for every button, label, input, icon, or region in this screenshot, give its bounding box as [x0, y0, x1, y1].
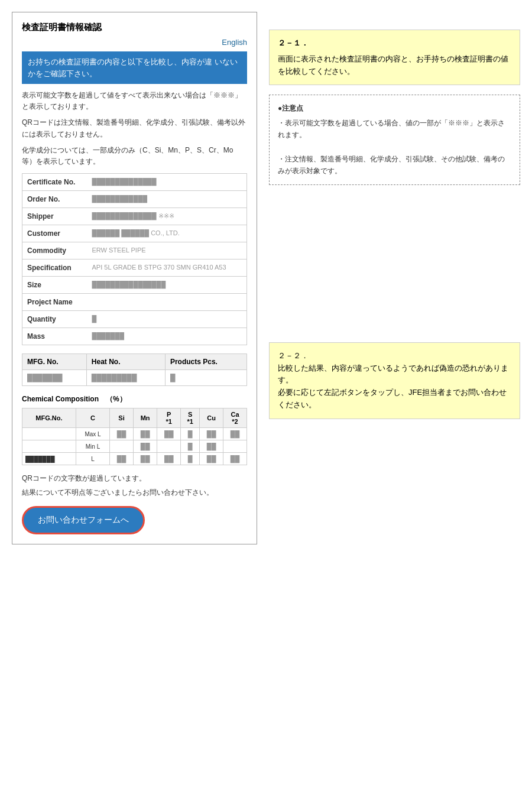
mfg-header: Heat No.: [86, 354, 165, 370]
info-label: Commodity: [22, 242, 87, 260]
qr-notice: QRコードの文字数が超過しています。: [22, 474, 247, 484]
table-row: SpecificationAPI 5L GRADE B STPG 370 SMN…: [22, 260, 247, 277]
chem-data-value: ██: [110, 453, 134, 465]
contact-button[interactable]: お問い合わせフォームへ: [22, 506, 145, 534]
mfg-header: MFG. No.: [22, 354, 87, 370]
chem-table: MFG.No.CSiMnP *1S *1CuCa *2 Max L███████…: [22, 408, 247, 465]
info-value: ██████ ██████ CO., LTD.: [87, 225, 247, 242]
chem-value: ██: [134, 440, 157, 453]
step-2-1-title: ２－１．: [278, 37, 511, 50]
chem-level: L: [76, 453, 109, 465]
contact-notice: 結果について不明点等ございましたらお問い合わせ下さい。: [22, 487, 247, 498]
table-row: CommodityERW STEEL PIPE: [22, 242, 247, 260]
chem-header: Cu: [200, 408, 223, 428]
step-2-2-spacer: ２－２． 比較した結果、内容が違っているようであれば偽造の恐れがあります。 必要…: [269, 342, 520, 419]
main-layout: 検査証明書情報確認 English お持ちの検査証明書の内容と以下を比較し、内容…: [12, 12, 520, 544]
chem-header: P *1: [157, 408, 181, 428]
step-2-2-title: ２－２．: [278, 350, 511, 362]
mfg-table: MFG. No.Heat No.Products Pcs. ██████████…: [22, 354, 247, 386]
table-row: Shipper██████████████ ※※※: [22, 208, 247, 225]
chem-data-value: ██: [223, 453, 247, 465]
table-row: Order No.████████████: [22, 191, 247, 208]
step-2-1-box: ２－１． 画面に表示された検査証明書の内容と、お手持ちの検査証明書の値を比較して…: [269, 30, 520, 85]
chem-label: Min L: [76, 440, 109, 453]
info-value: ████████████████: [87, 277, 247, 294]
table-row: Size████████████████: [22, 277, 247, 294]
chem-mfg: ███████: [22, 453, 76, 465]
info-text-2: QRコードは注文情報、製造番号明細、化学成分、引張試験、備考以外には表示しており…: [22, 117, 247, 140]
chem-cell: [22, 440, 76, 453]
chem-data-value: █: [181, 453, 200, 465]
chem-value: ██: [110, 428, 134, 440]
mfg-cell: █████████: [86, 370, 165, 386]
chem-value: █: [181, 428, 200, 440]
chem-header: Mn: [134, 408, 157, 428]
info-table: Certificate No.██████████████Order No.██…: [22, 173, 247, 345]
chem-data-value: ██: [134, 453, 157, 465]
chem-value: ██: [134, 428, 157, 440]
left-panel: 検査証明書情報確認 English お持ちの検査証明書の内容と以下を比較し、内容…: [12, 12, 257, 544]
info-label: Shipper: [22, 208, 87, 225]
attention-title: ●注意点: [278, 102, 511, 114]
info-value: ██████████████: [87, 174, 247, 191]
info-value: API 5L GRADE B STPG 370 SMN GR410 A53: [87, 260, 247, 277]
table-row: Mass███████: [22, 328, 247, 345]
step-2-1-text: 画面に表示された検査証明書の内容と、お手持ちの検査証明書の値を比較してください。: [278, 53, 511, 78]
table-row: Customer██████ ██████ CO., LTD.: [22, 225, 247, 242]
blue-banner-text: お持ちの検査証明書の内容と以下を比較し、内容が違 いないかをご確認下さい。: [28, 57, 238, 78]
mfg-cell: ███████: [22, 370, 87, 386]
info-value: [87, 294, 247, 311]
attention-item-2: ・注文情報、製造番号明細、化学成分、引張試験、その他試験、備考のみが表示対象です…: [278, 153, 511, 177]
info-text-1: 表示可能文字数を超過して値をすべて表示出来ない場合は「※※※」と表示しております…: [22, 90, 247, 112]
chem-value: [157, 440, 181, 453]
info-label: Size: [22, 277, 87, 294]
chem-value: █: [181, 440, 200, 453]
table-row: ███████L███████████: [22, 453, 247, 465]
chem-value: ██: [223, 428, 247, 440]
info-text-3: 化学成分については、一部成分のみ（C、Si、Mn、P、S、Cr、Mo 等）を表示…: [22, 145, 247, 167]
right-panel: ２－１． 画面に表示された検査証明書の内容と、お手持ちの検査証明書の値を比較して…: [269, 12, 520, 419]
table-row: Max L███████████: [22, 428, 247, 440]
table-row: Project Name: [22, 294, 247, 311]
chem-title: Chemical Composition （%）: [22, 394, 247, 404]
chem-header: MFG.No.: [22, 408, 76, 428]
chem-value: [110, 440, 134, 453]
attention-box: ●注意点 ・表示可能文字数を超過している場合、値の一部が「※※※」と表示されます…: [269, 95, 520, 184]
step-2-2-text: 比較した結果、内容が違っているようであれば偽造の恐れがあります。 必要に応じて左…: [278, 362, 511, 411]
chem-value: ██: [200, 440, 223, 453]
table-row: Quantity█: [22, 311, 247, 328]
info-label: Mass: [22, 328, 87, 345]
mfg-cell: █: [165, 370, 246, 386]
info-label: Order No.: [22, 191, 87, 208]
table-row: Certificate No.██████████████: [22, 174, 247, 191]
info-value: █: [87, 311, 247, 328]
lang-link[interactable]: English: [22, 38, 247, 47]
info-label: Project Name: [22, 294, 87, 311]
chem-data-value: ██: [200, 453, 223, 465]
step-2-2-box: ２－２． 比較した結果、内容が違っているようであれば偽造の恐れがあります。 必要…: [269, 342, 520, 419]
mfg-header: Products Pcs.: [165, 354, 246, 370]
chem-value: ██: [200, 428, 223, 440]
info-label: Specification: [22, 260, 87, 277]
chem-header: Ca *2: [223, 408, 247, 428]
page-title: 検査証明書情報確認: [22, 22, 247, 33]
info-value: ███████: [87, 328, 247, 345]
chem-value: ██: [157, 428, 181, 440]
chem-header: Si: [110, 408, 134, 428]
chem-empty: [223, 440, 247, 453]
table-row: █████████████████: [22, 370, 247, 386]
info-value: ████████████: [87, 191, 247, 208]
info-value: ██████████████ ※※※: [87, 208, 247, 225]
info-label: Certificate No.: [22, 174, 87, 191]
chem-label: Max L: [76, 428, 109, 440]
table-row: Min L█████: [22, 440, 247, 453]
info-label: Customer: [22, 225, 87, 242]
chem-cell: [22, 428, 76, 440]
blue-banner: お持ちの検査証明書の内容と以下を比較し、内容が違 いないかをご確認下さい。: [22, 51, 247, 84]
chem-data-value: ██: [157, 453, 181, 465]
chem-header: S *1: [181, 408, 200, 428]
chem-header: C: [76, 408, 109, 428]
info-label: Quantity: [22, 311, 87, 328]
info-value: ERW STEEL PIPE: [87, 242, 247, 260]
attention-item-1: ・表示可能文字数を超過している場合、値の一部が「※※※」と表示されます。: [278, 117, 511, 141]
